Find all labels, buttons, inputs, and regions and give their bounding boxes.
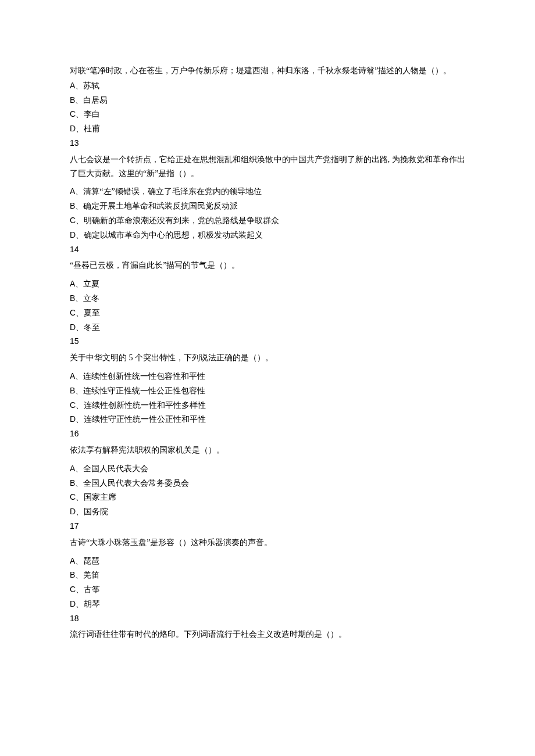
option-c: C、连续性创新性统一性和平性多样性 <box>70 399 465 413</box>
question-block: 古诗“大珠小珠落玉盘”是形容（）这种乐器演奏的声音。 A、琵琶 B、羌笛 C、古… <box>70 536 465 626</box>
question-number: 16 <box>70 427 465 441</box>
option-a: A、立夏 <box>70 277 465 291</box>
question-text: 流行词语往往带有时代的烙印。下列词语流行于社会主义改造时期的是（）。 <box>70 628 465 642</box>
option-b: B、连续性守正性统一性公正性包容性 <box>70 384 465 398</box>
option-d: D、国务院 <box>70 505 465 519</box>
question-text: 古诗“大珠小珠落玉盘”是形容（）这种乐器演奏的声音。 <box>70 536 465 550</box>
question-block: 对联“笔净时政，心在苍生，万户争传新乐府；堤建西湖，神归东洛，千秋永祭老诗翁”描… <box>70 64 465 151</box>
question-number: 14 <box>70 243 465 257</box>
question-text: 依法享有解释宪法职权的国家机关是（）。 <box>70 443 465 457</box>
option-c: C、国家主席 <box>70 490 465 504</box>
question-block: 流行词语往往带有时代的烙印。下列词语流行于社会主义改造时期的是（）。 <box>70 628 465 642</box>
option-c: C、明确新的革命浪潮还没有到来，党的总路线是争取群众 <box>70 214 465 228</box>
question-text: 关于中华文明的 5 个突出特性，下列说法正确的是（）。 <box>70 351 465 365</box>
question-text: “昼晷已云极，宵漏自此长”描写的节气是（）。 <box>70 259 465 273</box>
option-d: D、连续性守正性统一性公正性和平性 <box>70 413 465 427</box>
option-c: C、古筝 <box>70 583 465 597</box>
option-c: C、夏至 <box>70 306 465 320</box>
question-block: “昼晷已云极，宵漏自此长”描写的节气是（）。 A、立夏 B、立冬 C、夏至 D、… <box>70 259 465 349</box>
question-number: 17 <box>70 519 465 533</box>
question-block: 依法享有解释宪法职权的国家机关是（）。 A、全国人民代表大会 B、全国人民代表大… <box>70 443 465 533</box>
question-block: 八七会议是一个转折点，它给正处在思想混乱和组织涣散中的中国共产党指明了新的出路,… <box>70 153 465 257</box>
option-a: A、连续性创新性统一性包容性和平性 <box>70 370 465 384</box>
question-text: 对联“笔净时政，心在苍生，万户争传新乐府；堤建西湖，神归东洛，千秋永祭老诗翁”描… <box>70 64 465 78</box>
option-a: A、清算“左”倾错误，确立了毛泽东在党内的领导地位 <box>70 185 465 199</box>
option-c: C、李白 <box>70 108 465 121</box>
option-d: D、胡琴 <box>70 597 465 611</box>
option-b: B、确定开展土地革命和武装反抗国民党反动派 <box>70 199 465 213</box>
question-text: 八七会议是一个转折点，它给正处在思想混乱和组织涣散中的中国共产党指明了新的出路,… <box>70 153 465 181</box>
option-a: A、琵琶 <box>70 554 465 568</box>
question-block: 关于中华文明的 5 个突出特性，下列说法正确的是（）。 A、连续性创新性统一性包… <box>70 351 465 441</box>
option-b: B、全国人民代表大会常务委员会 <box>70 476 465 490</box>
question-number: 15 <box>70 335 465 349</box>
option-b: B、白居易 <box>70 94 465 108</box>
option-d: D、杜甫 <box>70 122 465 136</box>
option-b: B、立冬 <box>70 292 465 306</box>
option-a: A、全国人民代表大会 <box>70 462 465 476</box>
option-b: B、羌笛 <box>70 568 465 582</box>
question-number: 13 <box>70 137 465 151</box>
option-a: A、苏轼 <box>70 79 465 93</box>
question-number: 18 <box>70 612 465 626</box>
document-content: 对联“笔净时政，心在苍生，万户争传新乐府；堤建西湖，神归东洛，千秋永祭老诗翁”描… <box>70 64 465 642</box>
option-d: D、确定以城市革命为中心的思想，积极发动武装起义 <box>70 228 465 242</box>
option-d: D、冬至 <box>70 321 465 335</box>
